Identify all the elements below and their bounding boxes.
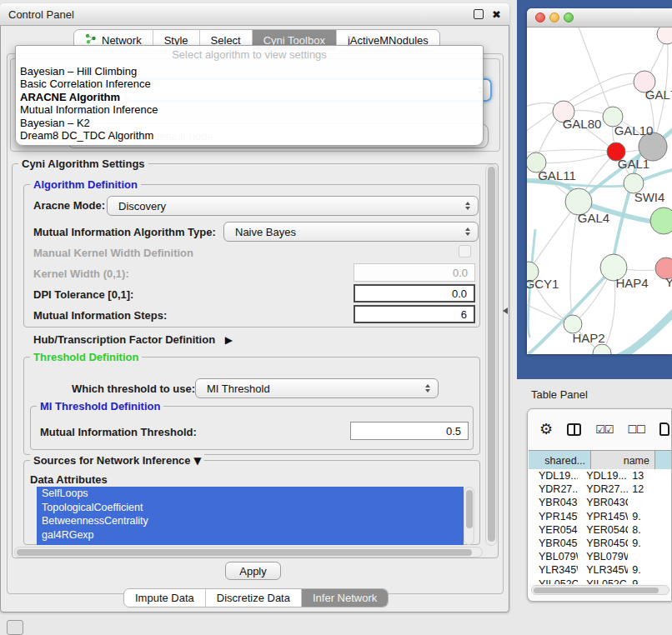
control-panel-titlebar: Control Panel ✖ [0,3,509,26]
which-threshold-value: MI Threshold [207,382,270,395]
aracne-mode-combobox[interactable]: Discovery [107,196,479,216]
settings-vertical-scrollbar[interactable] [485,164,497,546]
network-edge [536,152,616,163]
close-icon[interactable]: ✖ [492,8,501,21]
data-attribute-item[interactable]: TopologicalCoefficient [37,501,464,515]
algorithm-option[interactable]: Bayesian – K2 [16,117,483,129]
table-cell: 9. [628,511,672,522]
data-attributes-list: SelfLoopsTopologicalCoefficientBetweenne… [37,487,464,545]
algorithm-option[interactable]: Dream8 DC_TDC Algorithm [16,129,483,142]
yellow-light[interactable] [549,12,559,22]
red-light[interactable] [535,12,545,22]
attributes-scrollbar[interactable] [464,487,474,545]
table-row[interactable]: YLR345WYLR345W9. [529,563,672,577]
algorithm-option[interactable]: Mutual Information Inference [16,103,483,116]
network-node-label: GAL4 [578,211,609,225]
table-cell: YER054C [578,524,628,536]
network-node-label: GAL10 [614,123,654,138]
mi-type-value: Naive Bayes [235,226,296,238]
table-row[interactable]: YER054CYER054C8. [529,523,672,537]
table-cell: YDL19... [529,470,578,482]
table-row[interactable]: YDR27...YDR27...12 [529,482,672,496]
table-cell: 9. [628,538,672,549]
algorithm-option[interactable]: Bayesian – Hill Climbing [16,65,483,78]
select-all-checkboxes-icon[interactable]: ☑☑ [595,423,613,436]
sources-group-title: Sources for Network Inference [33,454,191,467]
algorithm-definition-title: Algorithm Definition [30,178,141,191]
combo-stepper-icon [465,228,470,236]
network-view-titlebar [527,8,672,28]
network-node-label: HAP4 [615,276,648,290]
table-cell: YPR145W [529,511,578,522]
gear-icon[interactable]: ⚙ [539,422,553,437]
green-light[interactable] [564,12,574,22]
clear-selection-checkboxes-icon[interactable]: ☐☐ [627,423,644,436]
table-cell: 13 [628,470,672,482]
table-cell: YER054C [529,524,578,536]
float-window-icon[interactable] [474,9,484,19]
network-edge-teal [614,309,672,354]
table-horizontal-scrollbar-thumb[interactable] [534,588,659,593]
which-threshold-combobox[interactable]: MI Threshold [195,378,439,398]
table-row[interactable]: YBL079WYBL079W [529,550,672,563]
settings-horizontal-scrollbar-thumb[interactable] [17,549,472,556]
table-row[interactable]: YDL19...YDL19...13 [529,469,672,482]
mi-steps-field[interactable]: 6 [354,305,475,323]
column-list-icon[interactable] [659,422,669,436]
column-header[interactable]: A [655,451,672,470]
network-node[interactable] [657,28,672,44]
table-cell: YBR045C [529,538,578,549]
mi-type-combobox[interactable]: Naive Bayes [223,222,479,242]
apply-button[interactable]: Apply [225,562,281,580]
network-node[interactable] [650,208,672,234]
combo-stepper-icon [465,202,470,210]
tab-discretize-data[interactable]: Discretize Data [206,589,302,607]
settings-horizontal-scrollbar[interactable] [14,547,483,558]
network-node[interactable] [593,344,611,354]
table-row[interactable]: YPR145WYPR145W9. [529,510,672,523]
split-columns-icon[interactable] [567,423,581,436]
tab-infer-network[interactable]: Infer Network [302,589,388,607]
table-row[interactable]: YIL052CYIL052C9. [529,578,672,585]
aracne-mode-label: Aracne Mode: [33,199,105,212]
kernel-width-field[interactable]: 0.0 [354,263,475,282]
data-attribute-item[interactable]: BetweennessCentrality [37,514,464,528]
settings-vertical-scrollbar-thumb[interactable] [488,167,495,542]
table-horizontal-scrollbar[interactable] [531,585,669,595]
kernel-width-value: 0.0 [453,267,468,279]
algorithm-popup-list: Bayesian – Hill ClimbingBasic Correlatio… [16,65,483,142]
data-attribute-item[interactable]: gal4RGexp [37,528,464,542]
panel-splitter-arrow[interactable] [503,308,508,314]
sources-group-toggle[interactable]: Sources for Network Inference ▼ [30,454,204,467]
mi-threshold-label: Mutual Information Threshold: [40,426,197,438]
table-cell: YPR145W [578,511,628,522]
kernel-width-label: Kernel Width (0,1): [33,268,129,280]
data-attribute-item[interactable]: SelfLoops [37,487,464,501]
hub-definition-toggle[interactable]: Hub/Transcription Factor Definition ▶ [33,333,233,346]
table-cell: YBR043C [578,497,628,508]
tab-label: Discretize Data [217,592,290,604]
table-cell: YLR345W [529,564,578,576]
column-header[interactable]: name [591,451,655,470]
dpi-tolerance-field[interactable]: 0.0 [354,284,475,302]
bottom-tabs: Impute DataDiscretize DataInfer Network [123,588,389,608]
combo-stepper-icon [425,384,430,392]
column-header[interactable]: shared... [529,451,591,470]
algorithm-option[interactable]: ARACNE Algorithm [16,91,483,103]
mi-threshold-value: 0.5 [446,425,461,438]
manual-kernel-checkbox[interactable] [459,245,471,258]
manual-kernel-label: Manual Kernel Width Definition [33,247,193,259]
network-view-window: GAL7GAL80GAL10GAL1GAL11GAL4SWI4GCY1HAP4Y… [527,8,672,354]
table-row[interactable]: YBR045CYBR045C9. [529,537,672,550]
network-node-label: GAL7 [645,88,672,102]
network-canvas[interactable]: GAL7GAL80GAL10GAL1GAL11GAL4SWI4GCY1HAP4Y… [527,28,672,354]
algorithm-option[interactable]: Basic Correlation Inference [16,78,483,90]
tab-impute-data[interactable]: Impute Data [124,589,206,607]
minimized-panel-icon[interactable] [7,620,23,635]
attributes-scrollbar-thumb[interactable] [466,490,473,528]
mi-threshold-field[interactable]: 0.5 [350,422,469,440]
network-node-label: GAL80 [563,117,602,131]
network-node-label: GAL1 [618,157,649,171]
table-row[interactable]: YBR043CYBR043C [529,496,672,509]
screen: Control Panel ✖ NetworkStyleSelectCyni T… [0,0,672,635]
